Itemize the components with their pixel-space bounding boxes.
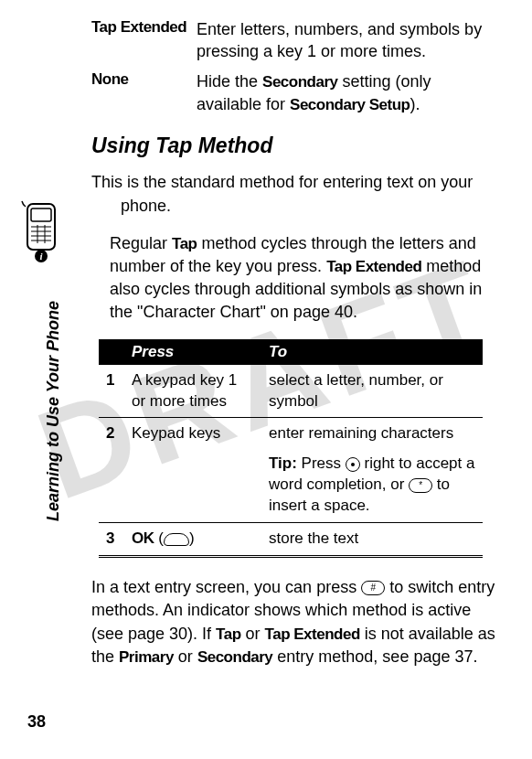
paragraph-intro: This is the standard method for entering… [91, 171, 495, 217]
press-cell: A keypad key 1 or more times [124, 365, 261, 418]
to-cell: store the text [261, 523, 483, 557]
definition-row: None Hide the Secondary setting (only av… [91, 70, 495, 116]
press-to-table: Press To 1 A keypad key 1 or more times … [99, 339, 483, 559]
table-header-to: To [261, 339, 483, 365]
bold-term: OK [132, 529, 154, 547]
paragraph-info: Regular Tap method cycles through the le… [110, 232, 495, 325]
definition-description: Hide the Secondary setting (only availab… [197, 70, 495, 116]
definitions-list: Tap Extended Enter letters, numbers, and… [91, 18, 495, 115]
tip-label: Tip: [269, 454, 297, 472]
definition-description: Enter letters, numbers, and symbols by p… [197, 18, 495, 63]
bold-term: Tap [216, 625, 240, 643]
page-number: 38 [27, 712, 46, 732]
bold-term: Tap Extended [265, 625, 360, 643]
table-header-press: Press [124, 339, 261, 365]
definition-term: Tap Extended [91, 18, 197, 63]
softkey-icon [164, 533, 189, 546]
text: Regular [110, 234, 172, 252]
page-content: Tap Extended Enter letters, numbers, and… [0, 0, 532, 701]
text: entry method, see page 37. [272, 647, 477, 666]
bold-term: Secondary [197, 648, 272, 666]
text: Press [297, 454, 346, 472]
hash-key-icon: # [361, 581, 385, 595]
row-number: 1 [99, 365, 124, 418]
bold-term: Primary [119, 648, 174, 666]
bold-term: Secondary [262, 73, 337, 91]
row-number: 3 [99, 523, 124, 557]
row-number: 2 [99, 418, 124, 523]
to-cell: enter remaining characters Tip: Press ri… [261, 418, 483, 523]
bold-term: Tap Extended [326, 258, 421, 275]
to-cell: select a letter, number, or symbol [261, 365, 483, 418]
bold-term: Tap [172, 235, 197, 252]
table-header-num [99, 339, 124, 365]
nav-key-icon [346, 457, 360, 472]
paragraph-footer: In a text entry screen, you can press # … [91, 576, 495, 668]
text: or [241, 625, 265, 643]
text: ). [410, 95, 420, 113]
bold-term: Secondary Setup [290, 96, 410, 113]
table-row: 3 OK () store the text [99, 523, 483, 557]
table-row: 2 Keypad keys enter remaining characters… [99, 418, 483, 523]
text: Hide the [197, 72, 262, 91]
press-cell: OK () [124, 523, 261, 557]
heading-using-tap-method: Using Tap Method [91, 134, 495, 158]
table-row: 1 A keypad key 1 or more times select a … [99, 365, 483, 418]
definition-term: None [91, 70, 197, 116]
text: or [174, 647, 197, 666]
text: enter remaining characters [269, 423, 475, 444]
star-key-icon: * [409, 478, 432, 493]
text: In a text entry screen, you can press [91, 578, 361, 596]
tip-block: Tip: Press right to accept a word comple… [269, 454, 475, 517]
text: ) [189, 529, 195, 547]
definition-row: Tap Extended Enter letters, numbers, and… [91, 18, 495, 63]
press-cell: Keypad keys [124, 418, 261, 523]
text: ( [154, 529, 164, 547]
